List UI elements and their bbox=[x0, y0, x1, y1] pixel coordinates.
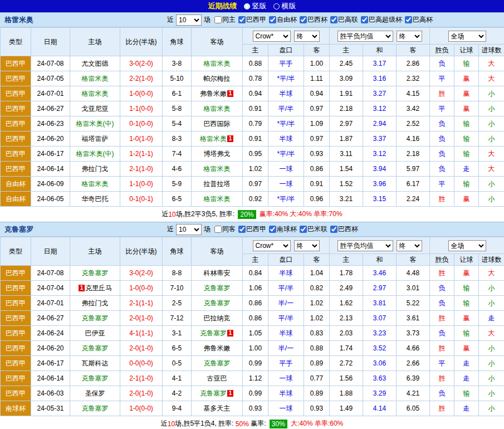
home-team-cell: 1克里丘马 bbox=[70, 281, 120, 296]
league-checkbox[interactable] bbox=[300, 16, 307, 23]
match-row: 巴西甲24-07-01格雷米奥1-0(0-0)6-1弗鲁米嫩10.94半球0.9… bbox=[1, 86, 504, 101]
same-venue-checkbox[interactable] bbox=[214, 226, 222, 233]
league-filter[interactable]: 自由杯 bbox=[269, 15, 297, 25]
red-card-badge: 1 bbox=[227, 90, 233, 97]
score-cell: 3-0(2-0) bbox=[120, 266, 163, 281]
col-header: 客场 bbox=[192, 28, 243, 56]
league-filter[interactable]: 巴高联 bbox=[330, 15, 358, 25]
league-filter[interactable]: 南球杯 bbox=[269, 225, 297, 234]
avg-time-select[interactable]: 终 bbox=[397, 240, 422, 251]
scope-select[interactable]: 全场 bbox=[448, 31, 486, 42]
score-cell: 0-1(0-1) bbox=[120, 192, 163, 207]
match-row: 巴西甲24-06-14弗拉门戈2-1(1-0)4-6格雷米奥1.02一球0.86… bbox=[1, 162, 504, 177]
avg-win-odds-cell: 1.88 bbox=[330, 386, 363, 401]
league-checkbox[interactable] bbox=[405, 16, 412, 23]
games-count-select[interactable]: 10 bbox=[176, 224, 202, 235]
topbar: 近期战绩 竖版 横版 bbox=[0, 0, 504, 12]
home-team-cell: 圣保罗 bbox=[70, 386, 120, 401]
odds-company-select[interactable]: Crow* bbox=[253, 240, 291, 251]
avg-lose-odds-cell: 6.39 bbox=[397, 371, 430, 386]
competition-cell: 巴西甲 bbox=[1, 147, 31, 162]
avg-lose-odds-cell: 4.21 bbox=[397, 386, 430, 401]
league-filter[interactable]: 巴西杯 bbox=[330, 225, 358, 234]
odds-time-select[interactable]: 终 bbox=[294, 31, 320, 42]
league-checkbox[interactable] bbox=[269, 226, 276, 233]
sub-col-header: 盘口 bbox=[268, 45, 304, 56]
team-label: 博塔弗戈 bbox=[204, 150, 231, 158]
col-header: 客场 bbox=[192, 237, 243, 266]
avg-lose-odds-cell: 2.86 bbox=[397, 56, 430, 71]
home-odds-cell: 1.05 bbox=[243, 326, 268, 341]
goals-result-cell: 小 bbox=[479, 401, 504, 416]
league-filter[interactable]: 巴米联 bbox=[300, 225, 327, 234]
outcome-cell: 平 bbox=[430, 101, 454, 116]
same-venue-filter[interactable]: 同客 bbox=[214, 225, 236, 234]
avg-draw-odds-cell: 3.46 bbox=[363, 266, 397, 281]
avg-odds-select[interactable]: 胜平负均值 bbox=[337, 240, 393, 251]
handicap-cell: *平/半 bbox=[268, 147, 304, 162]
league-filter[interactable]: 巴西甲 bbox=[238, 225, 266, 234]
league-checkbox[interactable] bbox=[330, 16, 337, 23]
team-name: 格雷米奥 bbox=[4, 15, 33, 25]
home-team-cell: 格雷米奥 bbox=[70, 86, 120, 101]
league-checkbox[interactable] bbox=[330, 226, 337, 233]
league-checkbox[interactable] bbox=[300, 226, 307, 233]
league-filter[interactable]: 巴西甲 bbox=[238, 15, 266, 25]
competition-cell: 巴西甲 bbox=[1, 86, 31, 101]
date-cell: 24-07-01 bbox=[31, 296, 70, 311]
away-odds-cell: 0.97 bbox=[304, 131, 330, 147]
league-checkbox[interactable] bbox=[238, 226, 246, 233]
competition-cell: 巴西甲 bbox=[1, 311, 31, 326]
near-label: 近 bbox=[167, 225, 174, 234]
league-filter[interactable]: 巴高杯 bbox=[405, 15, 433, 25]
layout-vertical-option[interactable]: 竖版 bbox=[244, 1, 267, 11]
corners-cell: 4-2 bbox=[163, 386, 192, 401]
league-checkbox[interactable] bbox=[269, 16, 276, 23]
summary-text: 场,胜2平3负5, 胜率: bbox=[176, 209, 237, 219]
outcome-cell: 胜 bbox=[430, 311, 454, 326]
home-odds-cell: 0.93 bbox=[243, 401, 268, 416]
scope-select[interactable]: 全场 bbox=[448, 240, 486, 251]
avg-odds-header: 胜平负均值终 bbox=[330, 28, 430, 45]
same-venue-checkbox[interactable] bbox=[214, 16, 222, 23]
outcome-cell: 胜 bbox=[430, 192, 454, 207]
league-checkbox[interactable] bbox=[361, 16, 368, 23]
odds-time-select[interactable]: 终 bbox=[294, 240, 320, 251]
handicap-cell: 平/半 bbox=[268, 101, 304, 116]
home-odds-cell: 0.79 bbox=[243, 116, 268, 131]
league-checkbox[interactable] bbox=[238, 16, 246, 23]
away-team-cell: 弗鲁米嫩1 bbox=[192, 86, 243, 101]
home-odds-cell: 0.92 bbox=[243, 192, 268, 207]
competition-cell: 南球杯 bbox=[1, 401, 31, 416]
handicap-cell: 半球 bbox=[268, 266, 304, 281]
home-odds-cell: 1.06 bbox=[243, 281, 268, 296]
avg-odds-select[interactable]: 胜平负均值 bbox=[337, 31, 393, 42]
sub-col-header: 主 bbox=[243, 45, 268, 56]
handicap-cell: *平/半 bbox=[268, 116, 304, 131]
games-label: 场 bbox=[204, 225, 211, 234]
handicap-result-cell: 赢 bbox=[454, 86, 479, 101]
games-count-select[interactable]: 10 bbox=[176, 14, 202, 26]
layout-horizontal-option[interactable]: 横版 bbox=[273, 1, 296, 11]
avg-time-select[interactable]: 终 bbox=[397, 31, 422, 42]
league-filter[interactable]: 巴高超级杯 bbox=[361, 15, 402, 25]
team-label: 克鲁塞罗 bbox=[200, 389, 227, 397]
near-label: 近 bbox=[167, 15, 174, 25]
corners-cell: 5-9 bbox=[163, 177, 192, 192]
home-odds-cell: 0.86 bbox=[243, 311, 268, 326]
odds-company-select[interactable]: Crow* bbox=[253, 31, 291, 42]
home-odds-cell: 0.86 bbox=[243, 296, 268, 311]
same-venue-filter[interactable]: 同主 bbox=[214, 15, 236, 25]
avg-draw-odds-cell: 3.96 bbox=[363, 177, 397, 192]
away-team-cell: 克鲁塞罗 bbox=[192, 296, 243, 311]
league-filter[interactable]: 巴西杯 bbox=[300, 15, 327, 25]
same-venue-label: 同主 bbox=[222, 15, 236, 25]
handicap-result-cell: 赢 bbox=[454, 311, 479, 326]
corners-cell: 7-10 bbox=[163, 281, 192, 296]
goals-result-cell: 大 bbox=[479, 147, 504, 162]
sub-col-header: 胜负 bbox=[430, 45, 454, 56]
outcome-cell: 胜 bbox=[430, 401, 454, 416]
home-team-cell: 瓦斯科达 bbox=[70, 356, 120, 371]
corners-cell: 7-12 bbox=[163, 311, 192, 326]
home-team-cell: 戈亚尼亚 bbox=[70, 101, 120, 116]
